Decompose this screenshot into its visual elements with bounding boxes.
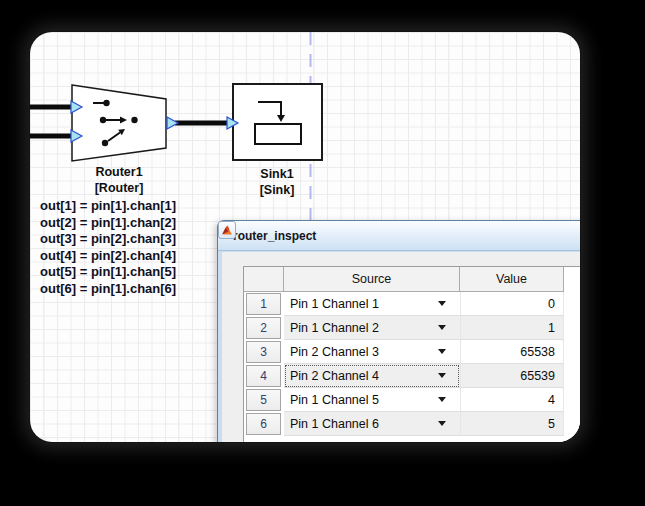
row-number: 3 — [246, 341, 281, 363]
dropdown-icon[interactable] — [438, 373, 446, 378]
source-cell-text: Pin 1 Channel 1 — [290, 297, 379, 311]
router-inspect-dialog: router_inspect Source Value 1 Pin 1 Chan… — [217, 220, 580, 442]
value-cell[interactable]: 1 — [460, 316, 564, 340]
dropdown-icon[interactable] — [438, 349, 446, 354]
dropdown-icon[interactable] — [438, 397, 446, 402]
source-cell-text: Pin 1 Channel 2 — [290, 321, 379, 335]
annotation-line: out[6] = pin[1].chan[6] — [40, 281, 176, 298]
router-block[interactable] — [71, 85, 178, 161]
annotation-line: out[2] = pin[1].chan[2] — [40, 215, 176, 232]
row-number: 4 — [246, 365, 281, 387]
sink-name: Sink1 — [217, 166, 337, 182]
source-cell-text: Pin 2 Channel 3 — [290, 345, 379, 359]
source-cell[interactable]: Pin 1 Channel 5 — [284, 388, 460, 412]
source-cell[interactable]: Pin 1 Channel 1 — [284, 292, 460, 316]
annotation-line: out[1] = pin[1].chan[1] — [40, 198, 176, 215]
annotation-line: out[3] = pin[2].chan[3] — [40, 231, 176, 248]
dialog-title: router_inspect — [233, 229, 316, 243]
routing-annotations[interactable]: out[1] = pin[1].chan[1] out[2] = pin[1].… — [40, 198, 176, 298]
sink-block-label: Sink1 [Sink] — [217, 166, 337, 198]
matlab-logo-icon — [218, 221, 236, 239]
row-number: 6 — [246, 413, 281, 435]
corner-header-cell — [244, 267, 284, 292]
value-column-header: Value — [460, 267, 564, 292]
model-canvas[interactable]: Router1 [Router] Sink1 [Sink] out[1] = p… — [30, 32, 580, 442]
dialog-body: Source Value 1 Pin 1 Channel 1 0 2 Pin 1… — [222, 252, 580, 442]
source-cell-selected[interactable]: Pin 2 Channel 4 — [284, 364, 460, 388]
annotation-line: out[5] = pin[1].chan[5] — [40, 264, 176, 281]
sink-block[interactable] — [227, 84, 322, 160]
annotation-line: out[4] = pin[2].chan[4] — [40, 248, 176, 265]
value-cell[interactable]: 65539 — [460, 364, 564, 388]
source-cell-text: Pin 1 Channel 6 — [290, 417, 379, 431]
inspect-table: Source Value 1 Pin 1 Channel 1 0 2 Pin 1… — [243, 266, 580, 442]
value-cell[interactable]: 4 — [460, 388, 564, 412]
router-class: [Router] — [59, 180, 179, 196]
source-cell-text: Pin 2 Channel 4 — [290, 369, 379, 383]
source-column-header: Source — [284, 267, 460, 292]
value-cell[interactable]: 65538 — [460, 340, 564, 364]
router-name: Router1 — [59, 164, 179, 180]
source-cell[interactable]: Pin 1 Channel 2 — [284, 316, 460, 340]
source-cell-text: Pin 1 Channel 5 — [290, 393, 379, 407]
row-number: 1 — [246, 293, 281, 315]
sink-class: [Sink] — [217, 182, 337, 198]
input-wires[interactable] — [30, 107, 74, 136]
dropdown-icon[interactable] — [438, 301, 446, 306]
dropdown-icon[interactable] — [438, 421, 446, 426]
router-block-label: Router1 [Router] — [59, 164, 179, 196]
source-cell[interactable]: Pin 2 Channel 3 — [284, 340, 460, 364]
row-number: 2 — [246, 317, 281, 339]
dropdown-icon[interactable] — [438, 325, 446, 330]
screenshot-frame: Router1 [Router] Sink1 [Sink] out[1] = p… — [0, 0, 645, 506]
value-cell[interactable]: 5 — [460, 412, 564, 436]
dialog-titlebar[interactable]: router_inspect — [218, 221, 580, 251]
value-cell[interactable]: 0 — [460, 292, 564, 316]
row-number: 5 — [246, 389, 281, 411]
source-cell[interactable]: Pin 1 Channel 6 — [284, 412, 460, 436]
